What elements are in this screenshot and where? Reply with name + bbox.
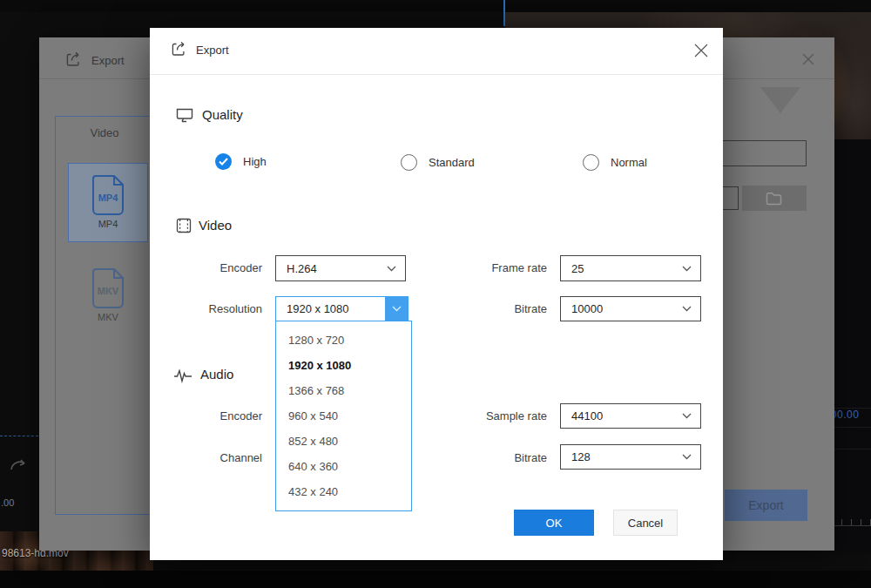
chevron-down-icon [392, 306, 402, 312]
video-encoder-select[interactable]: H.264 [275, 255, 406, 281]
ok-button[interactable]: OK [514, 510, 594, 536]
video-bitrate-select[interactable]: 10000 [560, 296, 701, 321]
modal-header-divider [150, 74, 723, 75]
cancel-button[interactable]: Cancel [613, 510, 678, 536]
radio-unchecked-icon [583, 154, 599, 171]
video-section-label: Video [199, 218, 232, 233]
export-share-icon [64, 49, 84, 70]
resolution-label: Resolution [158, 302, 262, 315]
resolution-value: 1920 x 1080 [287, 302, 349, 315]
sample-rate-select[interactable]: 44100 [560, 403, 701, 429]
frame-rate-label: Frame rate [442, 261, 547, 274]
video-encoder-label: Encoder [158, 261, 262, 274]
video-encoder-value: H.264 [287, 262, 317, 275]
resolution-option[interactable]: 432 x 240 [276, 479, 411, 504]
radio-checked-icon [215, 153, 232, 170]
folder-icon [766, 192, 783, 206]
audio-bitrate-select[interactable]: 128 [560, 444, 701, 470]
chevron-down-icon [682, 266, 692, 272]
waveform-icon [173, 367, 192, 384]
resolution-option[interactable]: 1280 x 720 [276, 328, 411, 353]
quality-option-label: Standard [429, 156, 475, 169]
resolution-option[interactable]: 852 x 480 [276, 429, 411, 454]
frame-rate-value: 25 [571, 262, 584, 275]
svg-text:MKV: MKV [98, 286, 119, 296]
close-icon [798, 49, 819, 70]
radio-unchecked-icon [401, 154, 417, 171]
editor-bottom-strip [0, 571, 871, 588]
mp4-file-icon: MP4 [91, 174, 125, 216]
resolution-option-selected[interactable]: 1920 x 1080 [276, 353, 411, 378]
chevron-down-icon [682, 413, 692, 419]
browse-folder-button [742, 186, 807, 211]
timeline-left-time: .00 [1, 497, 14, 508]
editor-right-panel [834, 139, 871, 553]
film-icon [176, 218, 192, 233]
resolution-option[interactable]: 1366 x 768 [276, 378, 411, 403]
chevron-down-icon [682, 306, 692, 312]
audio-channel-label: Channel [158, 451, 262, 464]
export-button-dimmed: Export [725, 490, 807, 521]
resolution-option[interactable]: 640 x 360 [276, 454, 411, 479]
resolution-option[interactable]: 960 x 540 [276, 403, 411, 429]
quality-section-label: Quality [202, 107, 243, 122]
resolution-chevron-button[interactable] [385, 297, 408, 321]
resolution-select[interactable]: 1920 x 1080 [275, 296, 408, 321]
video-bitrate-label: Bitrate [442, 302, 547, 315]
quality-option-standard[interactable]: Standard [401, 154, 475, 171]
quality-option-high[interactable]: High [215, 153, 267, 170]
dialog-title: Export [91, 54, 125, 67]
quality-option-label: Normal [611, 156, 647, 169]
sample-rate-label: Sample rate [442, 409, 547, 422]
export-settings-modal: Export Quality High Standard [150, 28, 723, 560]
curved-arrow-icon [9, 456, 28, 472]
monitor-icon [174, 105, 195, 125]
sample-rate-value: 44100 [571, 409, 603, 422]
audio-encoder-label: Encoder [158, 409, 262, 422]
svg-text:MP4: MP4 [98, 193, 119, 203]
chevron-down-icon [682, 454, 692, 460]
quality-option-label: High [243, 155, 267, 168]
dimmed-shape [760, 87, 800, 113]
timeline-ruler [832, 519, 871, 526]
track-divider [0, 436, 38, 436]
audio-bitrate-value: 128 [571, 450, 591, 463]
quality-option-normal[interactable]: Normal [583, 154, 647, 171]
mkv-file-icon: MKV [91, 267, 125, 309]
export-share-icon [169, 38, 190, 59]
format-item-mp4: MP4 MP4 [68, 163, 148, 242]
close-button[interactable] [686, 36, 716, 65]
frame-rate-select[interactable]: 25 [560, 255, 701, 281]
audio-section-label: Audio [200, 367, 233, 382]
tab-video: Video [57, 126, 152, 139]
video-bitrate-value: 10000 [571, 302, 603, 315]
chevron-down-icon [387, 266, 396, 272]
close-icon [693, 43, 709, 58]
format-label: MP4 [98, 219, 118, 229]
playhead-line [503, 0, 505, 26]
audio-bitrate-label: Bitrate [442, 451, 547, 464]
app-root: :00.00 00 .00 98613-hd.mov Export Video … [0, 0, 871, 588]
editor-topbar [0, 0, 871, 12]
modal-title: Export [196, 44, 229, 57]
format-label: MKV [98, 312, 118, 322]
resolution-dropdown-list: 1280 x 720 1920 x 1080 1366 x 768 960 x … [275, 321, 412, 511]
format-item-mkv: MKV MKV [68, 257, 148, 336]
